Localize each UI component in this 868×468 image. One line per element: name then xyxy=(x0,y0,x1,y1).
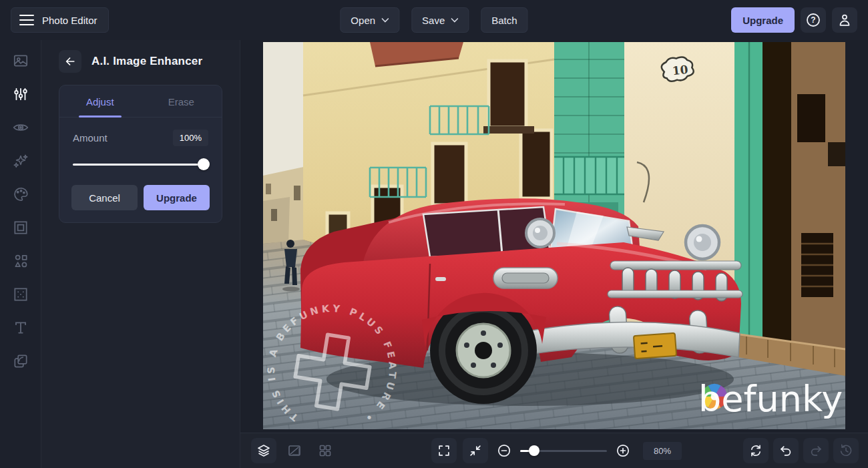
history-icon xyxy=(839,443,853,458)
batch-button[interactable]: Batch xyxy=(481,7,527,33)
sidebar-item-frames[interactable] xyxy=(11,218,31,238)
history-button[interactable] xyxy=(833,438,859,463)
image-icon xyxy=(12,52,29,69)
active-tab-underline xyxy=(79,115,122,118)
eye-icon xyxy=(12,119,29,136)
sidebar-item-effects[interactable] xyxy=(11,151,31,171)
redo-icon xyxy=(809,443,823,458)
sidebar-item-graphics[interactable] xyxy=(11,251,31,271)
sidebar-item-image-manager[interactable] xyxy=(11,51,31,71)
hamburger-icon xyxy=(19,14,34,26)
upgrade-button-panel[interactable]: Upgrade xyxy=(144,185,210,210)
sidebar-item-paint[interactable] xyxy=(11,184,31,204)
chevron-down-icon xyxy=(451,18,458,23)
text-icon xyxy=(12,319,29,336)
zoom-percent[interactable]: 80% xyxy=(643,442,682,460)
cancel-button[interactable]: Cancel xyxy=(71,185,138,210)
main-menu-button[interactable]: Photo Editor xyxy=(11,7,109,33)
grid-icon xyxy=(317,443,333,459)
fit-screen-icon xyxy=(468,443,483,458)
zoom-out-icon xyxy=(496,443,512,459)
sidebar-item-eye-effects[interactable] xyxy=(11,118,31,138)
distant-buildings xyxy=(263,166,310,246)
shapes-icon xyxy=(12,252,29,270)
zoom-slider[interactable] xyxy=(520,445,607,456)
undo-icon xyxy=(779,443,793,458)
right-doorway xyxy=(734,42,845,353)
zoom-out-button[interactable] xyxy=(494,438,514,463)
svg-text:?: ? xyxy=(811,15,815,25)
amount-label: Amount xyxy=(73,132,107,144)
house-number: 10 xyxy=(672,63,689,77)
zoom-slider-thumb[interactable] xyxy=(529,445,539,456)
texture-icon xyxy=(12,286,29,303)
compare-button[interactable] xyxy=(282,438,307,463)
sparkles-icon xyxy=(12,152,29,170)
help-icon: ? xyxy=(805,12,821,28)
chevron-down-icon xyxy=(381,18,389,23)
amount-slider[interactable] xyxy=(73,158,208,170)
sidebar-item-text[interactable] xyxy=(11,318,31,338)
account-button[interactable] xyxy=(832,7,857,33)
tab-erase[interactable]: Erase xyxy=(141,96,222,117)
sidebar-item-layers[interactable] xyxy=(11,351,31,371)
sidebar-item-adjust[interactable] xyxy=(11,84,31,104)
app-title: Photo Editor xyxy=(42,15,97,26)
brand-logo-text: befunky xyxy=(698,378,843,420)
layers-panel-button[interactable] xyxy=(251,438,276,463)
tool-rail xyxy=(0,40,41,468)
fullscreen-icon xyxy=(437,443,451,458)
panel-title: A.I. Image Enhancer xyxy=(91,55,202,68)
arrow-left-icon xyxy=(63,55,77,68)
photo-editor-app: Photo Editor Open Save Batch Upgrade ? xyxy=(0,0,868,468)
amount-value: 100% xyxy=(173,130,208,146)
open-button[interactable]: Open xyxy=(340,7,399,33)
tab-adjust[interactable]: Adjust xyxy=(59,96,141,117)
tool-panel: A.I. Image Enhancer Adjust Erase Amount … xyxy=(41,40,240,468)
zoom-in-button[interactable] xyxy=(613,438,633,463)
sliders-icon xyxy=(12,85,29,103)
back-button[interactable] xyxy=(59,50,81,73)
compare-icon xyxy=(286,443,302,459)
photo-image[interactable]: 10 xyxy=(263,42,845,429)
bottom-toolbar: 80% xyxy=(240,433,868,468)
duplicate-icon xyxy=(12,353,29,370)
help-button[interactable]: ? xyxy=(801,7,826,33)
save-button[interactable]: Save xyxy=(411,7,469,33)
upgrade-button-top[interactable]: Upgrade xyxy=(731,7,795,33)
zoom-in-icon xyxy=(615,443,631,459)
canvas-area: 10 xyxy=(240,40,868,433)
grid-view-button[interactable] xyxy=(312,438,338,463)
layers-stack-icon xyxy=(256,443,272,459)
fit-screen-button[interactable] xyxy=(463,438,488,463)
user-icon xyxy=(837,12,853,28)
top-bar: Photo Editor Open Save Batch Upgrade ? xyxy=(0,0,868,40)
reset-button[interactable] xyxy=(743,438,769,463)
brand-logo: befunky xyxy=(698,378,843,420)
amount-slider-track[interactable] xyxy=(73,164,208,166)
undo-button[interactable] xyxy=(773,438,799,463)
frame-icon xyxy=(12,219,29,236)
palette-icon xyxy=(12,186,29,203)
fullscreen-button[interactable] xyxy=(431,438,457,463)
sidebar-item-textures[interactable] xyxy=(11,284,31,304)
amount-slider-thumb[interactable] xyxy=(198,158,210,170)
reset-icon xyxy=(748,443,763,458)
redo-button[interactable] xyxy=(803,438,829,463)
enhancer-card: Adjust Erase Amount 100% Cancel Upgrade xyxy=(59,85,222,223)
